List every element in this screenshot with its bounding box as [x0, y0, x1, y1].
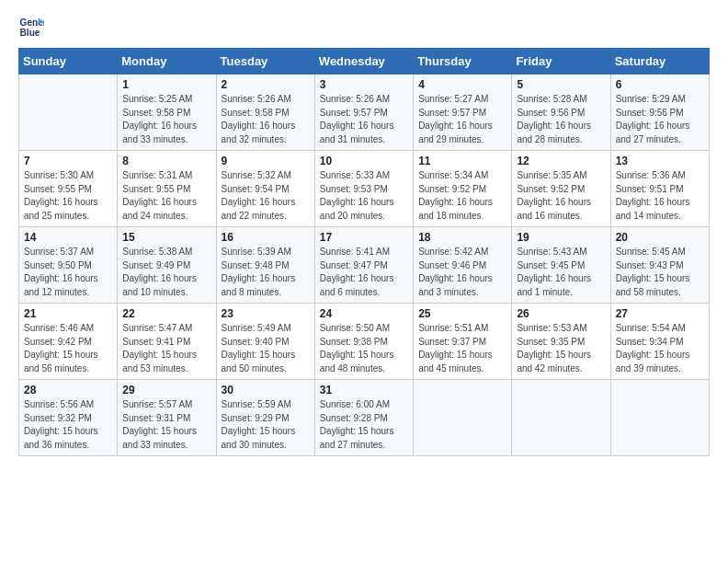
day-number: 6 [616, 78, 704, 91]
day-info: Sunrise: 5:27 AM Sunset: 9:57 PM Dayligh… [418, 93, 506, 146]
calendar-cell: 9Sunrise: 5:32 AM Sunset: 9:54 PM Daylig… [216, 151, 314, 227]
weekday-header-friday: Friday [512, 49, 610, 75]
day-number: 4 [418, 78, 506, 91]
day-info: Sunrise: 5:32 AM Sunset: 9:54 PM Dayligh… [222, 169, 310, 223]
day-number: 28 [24, 384, 112, 396]
day-number: 7 [24, 155, 112, 167]
calendar-cell: 6Sunrise: 5:29 AM Sunset: 9:56 PM Daylig… [610, 75, 709, 151]
day-info: Sunrise: 5:46 AM Sunset: 9:42 PM Dayligh… [24, 322, 112, 375]
day-number: 30 [222, 384, 310, 396]
calendar-cell: 18Sunrise: 5:42 AM Sunset: 9:46 PM Dayli… [414, 227, 512, 304]
day-number: 17 [320, 231, 408, 244]
calendar-cell: 7Sunrise: 5:30 AM Sunset: 9:55 PM Daylig… [19, 151, 118, 227]
calendar-cell: 30Sunrise: 5:59 AM Sunset: 9:29 PM Dayli… [216, 380, 314, 456]
weekday-header-tuesday: Tuesday [216, 49, 314, 75]
day-info: Sunrise: 5:28 AM Sunset: 9:56 PM Dayligh… [517, 93, 605, 146]
day-info: Sunrise: 5:47 AM Sunset: 9:41 PM Dayligh… [122, 322, 210, 375]
day-number: 3 [320, 78, 408, 91]
day-info: Sunrise: 5:25 AM Sunset: 9:58 PM Dayligh… [122, 93, 210, 146]
calendar-cell: 1Sunrise: 5:25 AM Sunset: 9:58 PM Daylig… [118, 75, 216, 151]
day-number: 22 [122, 307, 210, 320]
day-number: 27 [616, 307, 704, 320]
calendar-cell: 27Sunrise: 5:54 AM Sunset: 9:34 PM Dayli… [610, 304, 709, 380]
day-number: 26 [517, 307, 605, 320]
day-number: 8 [122, 155, 210, 167]
calendar-cell: 14Sunrise: 5:37 AM Sunset: 9:50 PM Dayli… [19, 227, 118, 304]
calendar-cell: 21Sunrise: 5:46 AM Sunset: 9:42 PM Dayli… [19, 304, 118, 380]
calendar-cell: 24Sunrise: 5:50 AM Sunset: 9:38 PM Dayli… [314, 304, 413, 380]
day-number: 11 [418, 155, 506, 167]
calendar-cell: 29Sunrise: 5:57 AM Sunset: 9:31 PM Dayli… [118, 380, 216, 456]
calendar-cell: 22Sunrise: 5:47 AM Sunset: 9:41 PM Dayli… [118, 304, 216, 380]
calendar-cell: 5Sunrise: 5:28 AM Sunset: 9:56 PM Daylig… [512, 75, 610, 151]
calendar-cell: 15Sunrise: 5:38 AM Sunset: 9:49 PM Dayli… [118, 227, 216, 304]
day-info: Sunrise: 5:45 AM Sunset: 9:43 PM Dayligh… [616, 246, 704, 299]
weekday-header-wednesday: Wednesday [314, 49, 413, 75]
day-info: Sunrise: 5:30 AM Sunset: 9:55 PM Dayligh… [24, 169, 112, 223]
day-info: Sunrise: 5:51 AM Sunset: 9:37 PM Dayligh… [418, 322, 506, 375]
day-info: Sunrise: 5:53 AM Sunset: 9:35 PM Dayligh… [517, 322, 605, 375]
calendar-cell: 23Sunrise: 5:49 AM Sunset: 9:40 PM Dayli… [216, 304, 314, 380]
calendar-cell: 16Sunrise: 5:39 AM Sunset: 9:48 PM Dayli… [216, 227, 314, 304]
day-info: Sunrise: 5:43 AM Sunset: 9:45 PM Dayligh… [517, 246, 605, 299]
calendar-cell [414, 380, 512, 456]
day-info: Sunrise: 6:00 AM Sunset: 9:28 PM Dayligh… [320, 398, 408, 452]
calendar-cell: 31Sunrise: 6:00 AM Sunset: 9:28 PM Dayli… [314, 380, 413, 456]
day-number: 24 [320, 307, 408, 320]
calendar-week-4: 21Sunrise: 5:46 AM Sunset: 9:42 PM Dayli… [19, 304, 710, 380]
day-number: 29 [122, 384, 210, 396]
day-number: 2 [222, 78, 310, 91]
weekday-header-thursday: Thursday [414, 49, 512, 75]
day-info: Sunrise: 5:37 AM Sunset: 9:50 PM Dayligh… [24, 246, 112, 299]
calendar-cell [19, 75, 118, 151]
day-number: 5 [517, 78, 605, 91]
calendar-cell: 12Sunrise: 5:35 AM Sunset: 9:52 PM Dayli… [512, 151, 610, 227]
calendar-cell: 8Sunrise: 5:31 AM Sunset: 9:55 PM Daylig… [118, 151, 216, 227]
day-number: 16 [222, 231, 310, 244]
logo: General Blue [18, 15, 48, 40]
weekday-header-saturday: Saturday [610, 49, 709, 75]
calendar-cell: 20Sunrise: 5:45 AM Sunset: 9:43 PM Dayli… [610, 227, 709, 304]
day-number: 10 [320, 155, 408, 167]
day-number: 25 [418, 307, 506, 320]
day-info: Sunrise: 5:33 AM Sunset: 9:53 PM Dayligh… [320, 169, 408, 223]
day-info: Sunrise: 5:39 AM Sunset: 9:48 PM Dayligh… [222, 246, 310, 299]
calendar-week-2: 7Sunrise: 5:30 AM Sunset: 9:55 PM Daylig… [19, 151, 710, 227]
calendar-cell: 2Sunrise: 5:26 AM Sunset: 9:58 PM Daylig… [216, 75, 314, 151]
day-number: 21 [24, 307, 112, 320]
calendar-cell [610, 380, 709, 456]
day-number: 13 [616, 155, 704, 167]
calendar-cell: 4Sunrise: 5:27 AM Sunset: 9:57 PM Daylig… [414, 75, 512, 151]
calendar-table: SundayMondayTuesdayWednesdayThursdayFrid… [18, 48, 710, 456]
day-number: 23 [222, 307, 310, 320]
calendar-cell: 17Sunrise: 5:41 AM Sunset: 9:47 PM Dayli… [314, 227, 413, 304]
day-info: Sunrise: 5:59 AM Sunset: 9:29 PM Dayligh… [222, 398, 310, 452]
day-info: Sunrise: 5:57 AM Sunset: 9:31 PM Dayligh… [122, 398, 210, 452]
calendar-week-3: 14Sunrise: 5:37 AM Sunset: 9:50 PM Dayli… [19, 227, 710, 304]
day-info: Sunrise: 5:49 AM Sunset: 9:40 PM Dayligh… [222, 322, 310, 375]
day-number: 12 [517, 155, 605, 167]
day-info: Sunrise: 5:54 AM Sunset: 9:34 PM Dayligh… [616, 322, 704, 375]
day-number: 20 [616, 231, 704, 244]
day-number: 15 [122, 231, 210, 244]
day-info: Sunrise: 5:56 AM Sunset: 9:32 PM Dayligh… [24, 398, 112, 452]
day-info: Sunrise: 5:38 AM Sunset: 9:49 PM Dayligh… [122, 246, 210, 299]
calendar-cell: 28Sunrise: 5:56 AM Sunset: 9:32 PM Dayli… [19, 380, 118, 456]
calendar-cell: 11Sunrise: 5:34 AM Sunset: 9:52 PM Dayli… [414, 151, 512, 227]
weekday-header-row: SundayMondayTuesdayWednesdayThursdayFrid… [19, 49, 710, 75]
calendar-cell: 25Sunrise: 5:51 AM Sunset: 9:37 PM Dayli… [414, 304, 512, 380]
day-number: 9 [222, 155, 310, 167]
weekday-header-sunday: Sunday [19, 49, 118, 75]
day-info: Sunrise: 5:35 AM Sunset: 9:52 PM Dayligh… [517, 169, 605, 223]
day-info: Sunrise: 5:31 AM Sunset: 9:55 PM Dayligh… [122, 169, 210, 223]
page-header: General Blue [18, 15, 710, 40]
day-number: 1 [122, 78, 210, 91]
calendar-week-1: 1Sunrise: 5:25 AM Sunset: 9:58 PM Daylig… [19, 75, 710, 151]
day-info: Sunrise: 5:26 AM Sunset: 9:58 PM Dayligh… [222, 93, 310, 146]
calendar-body: 1Sunrise: 5:25 AM Sunset: 9:58 PM Daylig… [19, 75, 710, 456]
calendar-week-5: 28Sunrise: 5:56 AM Sunset: 9:32 PM Dayli… [19, 380, 710, 456]
day-info: Sunrise: 5:34 AM Sunset: 9:52 PM Dayligh… [418, 169, 506, 223]
logo-icon: General Blue [18, 15, 44, 40]
day-number: 18 [418, 231, 506, 244]
day-info: Sunrise: 5:36 AM Sunset: 9:51 PM Dayligh… [616, 169, 704, 223]
